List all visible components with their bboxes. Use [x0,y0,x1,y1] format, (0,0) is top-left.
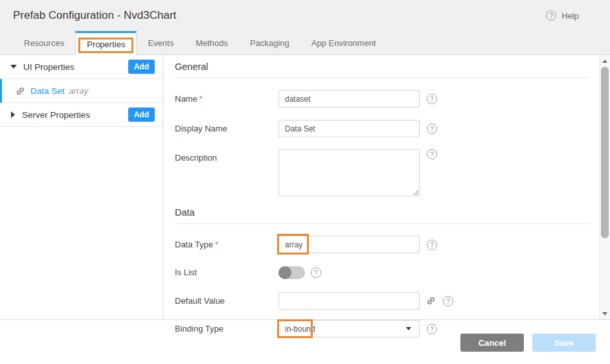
field-row-name: Name [175,90,589,108]
tab-resources[interactable]: Resources [13,31,75,54]
section-title-data: Data [175,207,589,224]
bind-property-button[interactable] [426,296,436,306]
scroll-up-arrow[interactable] [600,56,610,65]
sidebar-item-data-set[interactable]: Data Set array [0,79,163,103]
field-row-display-name: Display Name [175,120,589,137]
display-name-input[interactable] [278,120,420,137]
help-circle-icon[interactable] [443,296,453,306]
help-circle-icon[interactable] [427,94,437,104]
field-label-description: Description [175,153,217,163]
section-title-general: General [175,62,589,78]
sidebar-group-server-properties[interactable]: Server Properties Add [0,103,163,127]
field-row-binding-type: Binding Type in-bound [175,320,589,337]
scrollbar-thumb[interactable] [601,67,609,238]
dialog-header: Prefab Configuration - Nvd3Chart Help [0,0,610,31]
field-row-default-value: Default Value [175,292,589,310]
field-label-is-list: Is List [175,267,197,277]
sidebar-group-ui-properties[interactable]: UI Properties Add [0,55,163,79]
field-row-description: Description [175,149,589,196]
link-icon [424,294,438,308]
help-circle-icon[interactable] [427,124,437,134]
properties-sidebar: UI Properties Add Data Set array Server … [0,55,163,319]
binding-type-selected-value: in-bound [285,324,406,334]
tab-packaging[interactable]: Packaging [239,31,300,54]
tab-properties[interactable]: Properties [75,31,137,55]
description-textarea[interactable] [278,149,420,196]
field-label-default-value: Default Value [175,296,225,306]
field-label-display-name: Display Name [175,124,227,133]
field-row-data-type: Data Type [175,236,589,254]
tab-events[interactable]: Events [137,31,185,54]
binding-type-select[interactable]: in-bound [278,320,420,337]
help-circle-icon[interactable] [427,324,437,334]
field-label-binding-type: Binding Type [175,324,223,334]
sidebar-item-type: array [69,86,89,96]
vertical-scrollbar[interactable] [599,55,610,319]
link-icon [14,84,27,97]
is-list-toggle[interactable] [278,266,305,279]
add-ui-property-button[interactable]: Add [128,60,155,74]
field-row-is-list: Is List [175,266,589,279]
field-label-name: Name [175,94,202,104]
help-button[interactable]: Help [546,10,579,21]
name-input[interactable] [278,90,420,108]
tab-app-environment[interactable]: App Environment [300,31,387,54]
chevron-right-icon [11,111,15,118]
chevron-down-icon [406,327,411,330]
help-circle-icon [546,10,556,21]
data-type-input[interactable] [278,236,420,253]
content-area: UI Properties Add Data Set array Server … [0,55,610,319]
dialog-title: Prefab Configuration - Nvd3Chart [13,9,546,22]
field-label-data-type: Data Type [175,240,218,249]
help-circle-icon[interactable] [311,267,321,278]
tab-methods[interactable]: Methods [185,31,239,54]
scroll-down-arrow[interactable] [600,309,610,318]
chevron-down-icon [10,65,17,69]
default-value-input[interactable] [278,292,420,310]
toggle-knob [278,266,291,279]
help-circle-icon[interactable] [427,149,437,159]
help-label: Help [561,11,579,21]
property-form-panel: General Name Display Name Description Da… [163,55,610,319]
tab-bar: Resources Properties Events Methods Pack… [0,31,610,55]
sidebar-item-label: Data Set [30,86,65,96]
add-server-property-button[interactable]: Add [128,108,155,122]
help-circle-icon[interactable] [427,240,437,250]
